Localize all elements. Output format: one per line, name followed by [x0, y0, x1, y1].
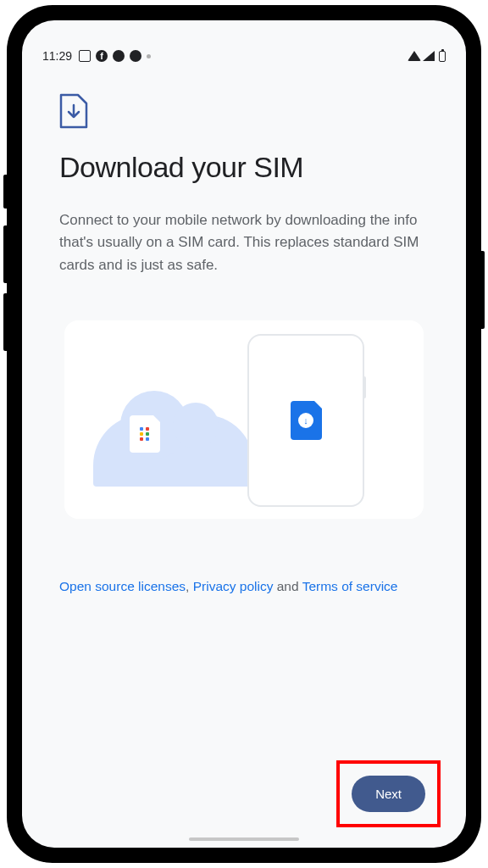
next-button[interactable]: Next — [352, 776, 425, 812]
bottom-action-bar: Next — [336, 760, 441, 827]
privacy-policy-link[interactable]: Privacy policy — [193, 579, 274, 593]
illustration-card: ↓ — [64, 320, 424, 519]
sim-download-icon — [59, 93, 88, 129]
cellular-signal-icon — [423, 51, 435, 61]
esim-download-icon: ↓ — [291, 401, 322, 440]
status-time: 11:29 — [42, 49, 72, 63]
notification-dot-icon — [130, 50, 141, 62]
notification-chat-icon — [79, 50, 91, 62]
status-bar-left: 11:29 f — [42, 49, 151, 63]
download-arrow-icon: ↓ — [298, 413, 313, 428]
wifi-icon — [408, 51, 421, 61]
annotation-highlight: Next — [336, 760, 441, 827]
legal-links: Open source licenses, Privacy policy and… — [59, 576, 429, 597]
notification-dot-icon — [113, 50, 125, 62]
volume-down-button — [3, 293, 7, 351]
open-source-licenses-link[interactable]: Open source licenses — [59, 579, 186, 593]
gesture-navigation-bar[interactable] — [189, 837, 299, 841]
terms-of-service-link[interactable]: Terms of service — [302, 579, 398, 593]
phone-device-frame: 11:29 f Download your SIM Con — [7, 5, 481, 863]
facebook-notification-icon: f — [96, 50, 108, 62]
page-title: Download your SIM — [59, 151, 429, 184]
status-bar: 11:29 f — [22, 44, 466, 63]
cloud-illustration — [93, 415, 254, 487]
separator: , — [186, 579, 193, 593]
more-notifications-dot — [147, 54, 151, 58]
phone-illustration: ↓ — [247, 334, 364, 507]
side-button — [3, 175, 7, 209]
status-bar-right — [408, 51, 446, 62]
page-description: Connect to your mobile network by downlo… — [59, 209, 429, 276]
page-content: Download your SIM Connect to your mobile… — [22, 63, 466, 597]
screen: 11:29 f Download your SIM Con — [22, 20, 466, 848]
google-colors-icon — [140, 427, 150, 441]
cloud-sim-card-illustration — [130, 415, 160, 453]
battery-icon — [439, 51, 446, 62]
power-button — [481, 251, 485, 329]
connector-text: and — [273, 579, 302, 593]
volume-up-button — [3, 225, 7, 283]
